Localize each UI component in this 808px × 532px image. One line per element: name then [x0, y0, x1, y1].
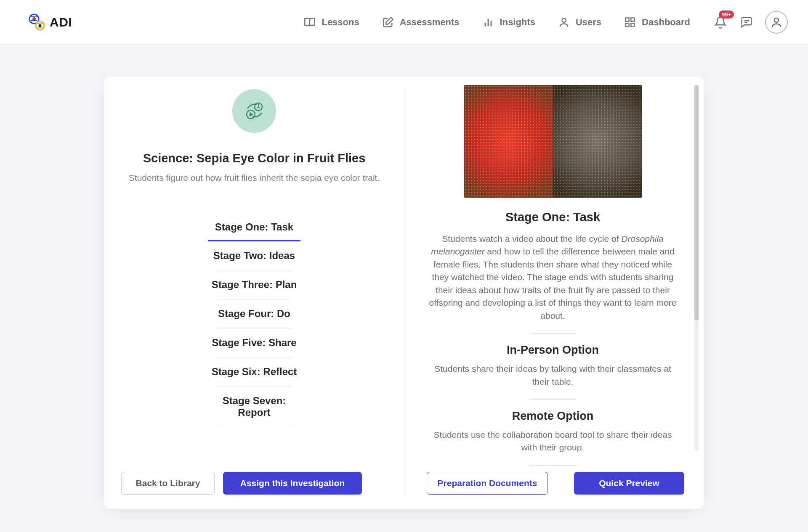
messages-button[interactable] — [739, 15, 754, 30]
logo[interactable]: ADI — [27, 12, 72, 32]
nav-label: Insights — [500, 17, 535, 28]
nav-insights[interactable]: Insights — [482, 16, 535, 28]
inperson-body: Students share their ideas by talking wi… — [425, 363, 680, 388]
svg-point-1 — [32, 17, 36, 21]
grid-icon — [624, 16, 636, 28]
divider — [229, 200, 279, 200]
svg-point-3 — [39, 24, 42, 27]
stage-tab[interactable]: Stage Two: Ideas — [208, 241, 300, 270]
lesson-subtitle: Students figure out how fruit flies inhe… — [129, 173, 380, 183]
bar-chart-icon — [482, 16, 494, 28]
assign-investigation-button[interactable]: Assign this Investigation — [223, 472, 362, 495]
nav-assessments[interactable]: Assessments — [382, 16, 460, 28]
logo-text: ADI — [50, 15, 72, 29]
left-panel: Science: Sepia Eye Color in Fruit Flies … — [104, 77, 404, 509]
hero-image — [464, 85, 642, 198]
main-nav: Lessons Assessments Insights Users Dashb… — [304, 16, 690, 28]
nav-dashboard[interactable]: Dashboard — [624, 16, 690, 28]
notifications-button[interactable]: 99+ — [713, 15, 728, 30]
right-panel: Stage One: Task Students watch a video a… — [404, 77, 704, 509]
fruit-fly-eye-sepia-image — [553, 85, 642, 198]
quick-preview-button[interactable]: Quick Preview — [574, 472, 684, 495]
divider — [529, 399, 577, 400]
stage-detail-body: Students watch a video about the life cy… — [425, 233, 680, 322]
nav-label: Assessments — [400, 17, 460, 28]
divider — [529, 333, 577, 333]
profile-button[interactable] — [765, 11, 788, 34]
logo-mark-icon — [27, 12, 47, 32]
body-pre: Students watch a video about the life cy… — [442, 234, 621, 244]
back-to-library-button[interactable]: Back to Library — [121, 472, 215, 495]
book-icon — [304, 16, 316, 28]
notification-badge: 99+ — [719, 11, 734, 19]
stage-tab[interactable]: Stage Seven: Report — [208, 386, 300, 427]
divider — [529, 465, 577, 466]
remote-heading: Remote Option — [425, 410, 680, 423]
nav-label: Users — [576, 17, 601, 28]
preparation-documents-button[interactable]: Preparation Documents — [427, 472, 548, 495]
nav-lessons[interactable]: Lessons — [304, 16, 359, 28]
body-post: and how to tell the difference between m… — [429, 246, 677, 320]
header-actions: 99+ — [713, 11, 788, 34]
stage-tab[interactable]: Stage Five: Share — [208, 328, 300, 357]
svg-rect-5 — [626, 18, 629, 21]
stage-tab[interactable]: Stage One: Task — [208, 213, 300, 241]
svg-rect-8 — [631, 23, 634, 26]
stage-tab[interactable]: Stage Six: Reflect — [208, 357, 300, 386]
edit-square-icon — [382, 16, 394, 28]
svg-point-4 — [562, 18, 566, 22]
nav-users[interactable]: Users — [558, 16, 601, 28]
svg-rect-7 — [626, 23, 629, 26]
stage-tab[interactable]: Stage Four: Do — [208, 299, 300, 328]
right-button-row: Preparation Documents Quick Preview — [427, 472, 684, 495]
avatar-icon — [770, 16, 783, 29]
topbar: ADI Lessons Assessments Insights Users — [0, 0, 808, 45]
inperson-heading: In-Person Option — [425, 344, 680, 357]
svg-rect-6 — [631, 18, 634, 21]
detail-scroll[interactable]: Stage One: Task Students watch a video a… — [425, 85, 693, 492]
fruit-fly-eye-red-image — [464, 85, 553, 198]
scrollbar[interactable] — [694, 85, 699, 451]
lesson-category-icon — [232, 89, 276, 133]
stage-list: Stage One: TaskStage Two: IdeasStage Thr… — [121, 213, 387, 427]
divider — [216, 427, 292, 427]
stage-tab[interactable]: Stage Three: Plan — [208, 270, 300, 299]
scrollbar-thumb[interactable] — [694, 85, 699, 320]
nav-label: Dashboard — [642, 17, 690, 28]
svg-point-9 — [774, 18, 779, 22]
investigation-card: Science: Sepia Eye Color in Fruit Flies … — [104, 77, 704, 509]
left-button-row: Back to Library Assign this Investigatio… — [121, 472, 362, 495]
message-icon — [740, 16, 753, 29]
remote-body: Students use the collaboration board too… — [425, 429, 680, 454]
stage-detail-title: Stage One: Task — [425, 210, 680, 224]
lesson-title: Science: Sepia Eye Color in Fruit Flies — [143, 151, 366, 165]
user-icon — [558, 16, 570, 28]
nav-label: Lessons — [322, 17, 359, 28]
